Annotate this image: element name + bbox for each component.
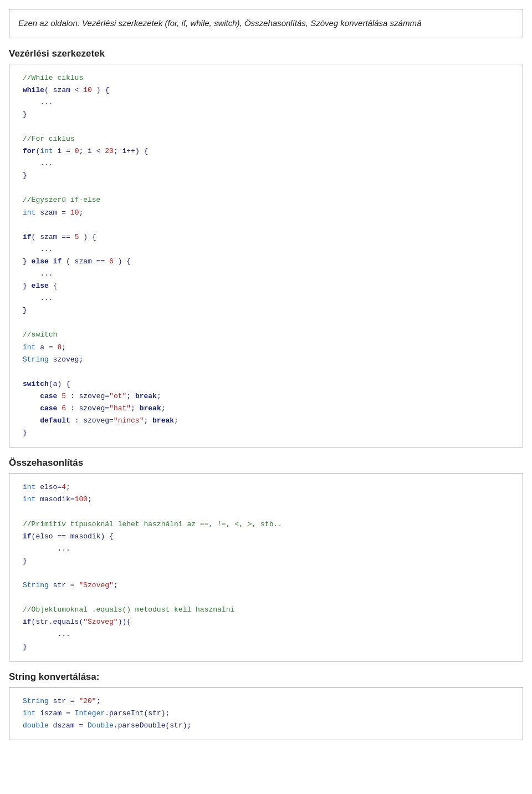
header-text: Ezen az oldalon: Vezérlési szerkezetek (… [18, 18, 421, 28]
code-block-string: String str = "20"; int iszam = Integer.p… [9, 687, 523, 740]
code-block-osszehasonlitas: int elso=4; int masodik=100; //Primitív … [9, 473, 523, 661]
code-block-vezerlesi: //While ciklus while( szam < 10 ) { ... … [9, 64, 523, 448]
page-header: Ezen az oldalon: Vezérlési szerkezetek (… [9, 9, 523, 38]
section-title-vezerlesi: Vezérlési szerkezetek [9, 48, 523, 59]
section-title-string: String konvertálása: [9, 671, 523, 683]
section-title-osszehasonlitas: Összehasonlítás [9, 457, 523, 469]
